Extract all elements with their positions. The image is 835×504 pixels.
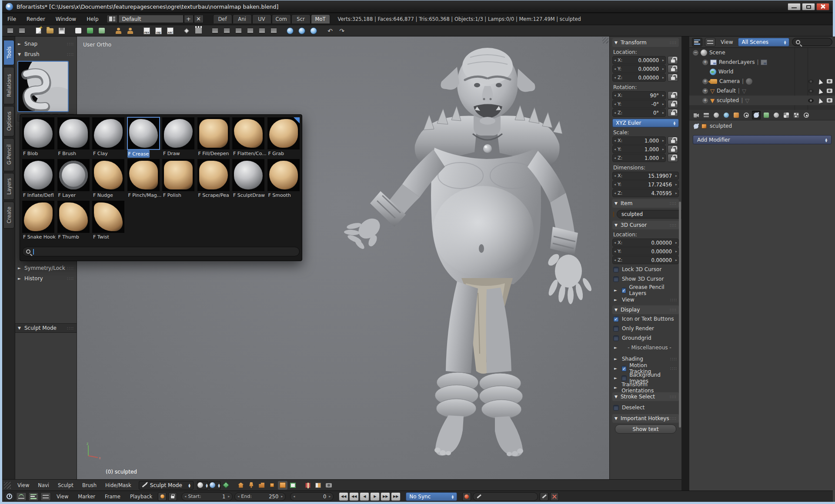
expand-icon[interactable]: +	[702, 88, 708, 94]
outliner-row-renderlayers[interactable]: + RenderLayers |	[689, 57, 835, 67]
screen-tab-scr[interactable]: Scr	[291, 14, 311, 23]
timeline-editor-type-button[interactable]	[4, 492, 14, 501]
fcurve-button[interactable]	[16, 492, 27, 501]
outliner-row-sculpted[interactable]: + ▼ sculpted | ▽	[689, 96, 835, 105]
item-name-input[interactable]	[617, 210, 681, 219]
selectable-cursor-icon[interactable]	[818, 78, 823, 84]
visibility-eye-icon[interactable]	[808, 89, 814, 93]
lock-icon[interactable]	[668, 100, 678, 108]
tab-constraints[interactable]	[742, 111, 751, 119]
panel-snap[interactable]: ►Snap::::	[15, 39, 77, 49]
deselect-checkbox[interactable]: Deselect	[612, 403, 679, 412]
lock-3d-cursor-checkbox[interactable]: Lock 3D Cursor	[612, 265, 679, 274]
scale-x-field[interactable]: ◂X:1.000▸	[612, 136, 666, 145]
sculpt-menu[interactable]: Sculpt	[54, 482, 77, 488]
link-user-icon[interactable]	[113, 26, 124, 35]
keying-set-field[interactable]	[473, 492, 538, 501]
screen-tab-uv[interactable]: UV	[252, 14, 271, 23]
menu-file[interactable]: File	[2, 13, 21, 25]
maximize-button[interactable]	[802, 3, 815, 10]
brush-item-selected[interactable]: F Crease	[127, 117, 162, 159]
lock-icon[interactable]	[668, 136, 678, 145]
lock-icon[interactable]	[668, 109, 678, 117]
brush-item[interactable]: F Draw	[162, 117, 197, 159]
timeline-view-menu[interactable]: View	[53, 494, 72, 500]
canvas-icon[interactable]	[288, 481, 298, 490]
screen-tab-mot[interactable]: MoT	[311, 14, 330, 23]
navi-menu[interactable]: Navi	[34, 482, 53, 488]
location-y-field[interactable]: ◂Y:0.00000▸	[612, 65, 666, 73]
npanel-scrollbar[interactable]	[679, 202, 681, 428]
expand-icon[interactable]: +	[702, 98, 708, 103]
tab-object[interactable]	[732, 111, 741, 119]
outliner-filter-button[interactable]	[705, 38, 715, 46]
brush-item[interactable]: F Clay	[92, 117, 127, 159]
renderability-camera-icon[interactable]	[827, 98, 832, 103]
brush-item[interactable]: F Blob	[22, 117, 57, 159]
tab-world[interactable]	[722, 111, 731, 119]
delete-layout-button[interactable]: ✕	[194, 15, 204, 23]
keyframe-icon[interactable]	[181, 26, 192, 35]
dim-z-field[interactable]: ◂Z:4.70595▸	[612, 189, 679, 197]
lock-icon[interactable]	[668, 145, 678, 153]
mode-select[interactable]: Sculpt Mode ▲▼	[139, 481, 194, 490]
camera-icon[interactable]	[324, 481, 334, 490]
brush-item[interactable]: F Thumb	[57, 201, 92, 242]
tab-layers[interactable]: Layers	[3, 173, 14, 200]
brush-item[interactable]: F Polish	[162, 159, 197, 201]
tab-scene[interactable]	[712, 111, 721, 119]
editor-white-icon[interactable]	[73, 26, 84, 35]
renderability-camera-icon[interactable]	[827, 89, 832, 93]
panel-transform[interactable]: ▼Transform::::	[612, 38, 679, 47]
lamp-add-icon[interactable]	[247, 481, 256, 490]
nla-button[interactable]	[40, 492, 51, 501]
brush-item[interactable]: F Flatten/Co...	[232, 117, 267, 159]
expand-icon[interactable]: +	[702, 79, 708, 84]
pivot-icon[interactable]	[221, 481, 231, 490]
panel-display[interactable]: ▼Display::::	[612, 305, 679, 314]
gift-render-icon[interactable]	[303, 481, 313, 490]
selectable-cursor-icon[interactable]	[818, 88, 823, 94]
end-frame-field[interactable]: ◂End:250▸	[234, 492, 286, 501]
insert-keyframe-button[interactable]	[540, 492, 548, 501]
tab-texture[interactable]	[782, 111, 791, 119]
lock-frame-button[interactable]	[168, 492, 177, 501]
screen-tab-def[interactable]: Def	[213, 14, 232, 23]
menu-burger-icon[interactable]	[17, 26, 27, 35]
menu-burger-icon[interactable]	[268, 26, 279, 35]
current-frame-field[interactable]: ◂0▸	[290, 492, 334, 501]
tab-object-data[interactable]	[762, 111, 771, 119]
outliner-search-field[interactable]	[792, 38, 832, 46]
delete-keyframe-button[interactable]	[550, 492, 559, 501]
brush-item[interactable]: F SculptDraw	[232, 159, 267, 201]
menu-burger-icon[interactable]	[257, 26, 267, 35]
panel-symmetry-lock[interactable]: ►Symmetry/Lock::::	[15, 263, 77, 273]
timeline-marker-menu[interactable]: Marker	[74, 494, 99, 500]
selectable-cursor-icon[interactable]	[818, 97, 823, 103]
brush-menu[interactable]: Brush	[78, 482, 100, 488]
corner-grip[interactable]	[602, 37, 608, 43]
panel-transform-orientations[interactable]: ►Transform Orientations	[612, 383, 679, 392]
cursor-z-field[interactable]: ◂Z:0.00000▸	[612, 256, 679, 264]
brush-item[interactable]: F Grab	[267, 117, 302, 159]
display-mode-select[interactable]: All Scenes▲▼	[738, 38, 789, 46]
show-3d-cursor-checkbox[interactable]: Show 3D Cursor	[612, 274, 679, 284]
add-scene-icon[interactable]	[85, 26, 95, 35]
menu-burger-icon[interactable]	[221, 26, 232, 35]
panel-sculpt-mode[interactable]: ▼Sculpt Mode::::	[15, 323, 77, 333]
brush-item[interactable]: F Scrape/Pea	[197, 159, 232, 201]
minimize-button[interactable]	[788, 3, 801, 10]
scale-z-field[interactable]: ◂Z:1.000▸	[612, 154, 666, 162]
dim-y-field[interactable]: ◂Y:17.72456▸	[612, 180, 679, 189]
orbit-view-icon[interactable]	[285, 26, 295, 35]
panel-view[interactable]: ►View::::	[612, 295, 679, 305]
rotation-y-field[interactable]: ◂Y:-0°▸	[612, 100, 666, 108]
visibility-eye-icon[interactable]	[808, 99, 814, 103]
outliner-view-menu[interactable]: View	[718, 39, 735, 45]
tab-create[interactable]: Create	[3, 202, 14, 229]
orbit-view-icon[interactable]	[297, 26, 307, 35]
panel-important-hotkeys[interactable]: ▼Important Hotkeys::::	[612, 414, 679, 423]
timeline-frame-menu[interactable]: Frame	[101, 494, 124, 500]
icon-text-buttons-checkbox[interactable]: ✓Icon or Text Buttons	[612, 314, 679, 324]
open-file-button[interactable]	[45, 26, 55, 35]
